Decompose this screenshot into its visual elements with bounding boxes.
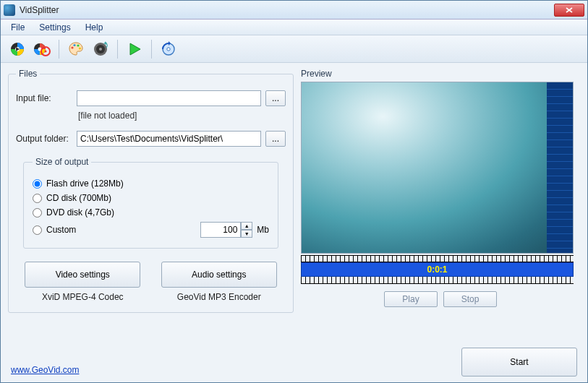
toolbar-sep-3	[151, 40, 152, 59]
video-settings-group: Video settings XviD MPEG-4 Codec	[23, 262, 142, 302]
preview-viewport	[301, 82, 574, 254]
input-file-field[interactable]	[77, 90, 261, 106]
titlebar-left: VidSplitter	[4, 4, 59, 16]
size-label-custom: Custom	[46, 225, 76, 235]
spinner-up[interactable]: ▲	[241, 222, 252, 230]
input-file-status: [file not loaded]	[78, 111, 286, 121]
play-tool-button[interactable]	[124, 38, 145, 60]
play-button-label: Play	[402, 294, 419, 304]
size-option-custom[interactable]: Custom	[33, 225, 76, 235]
stop-button-label: Stop	[461, 294, 480, 304]
playback-row: Play Stop	[301, 291, 580, 307]
settings-row: Video settings XviD MPEG-4 Codec Audio s…	[23, 262, 278, 302]
video-settings-button-label: Video settings	[56, 270, 110, 280]
left-column: Files Input file: ... [file not loaded] …	[8, 69, 294, 378]
menu-file[interactable]: File	[5, 21, 30, 34]
ellipsis-icon: ...	[272, 93, 279, 103]
size-radio-custom[interactable]	[33, 225, 42, 235]
size-option-flash[interactable]: Flash drive (128Mb)	[33, 178, 269, 189]
menu-settings[interactable]: Settings	[33, 21, 76, 34]
open-file-icon	[9, 40, 26, 58]
audio-settings-button[interactable]: Audio settings	[161, 262, 277, 288]
size-label-cd: CD disk (700Mb)	[46, 193, 111, 203]
open-dvd-icon	[33, 40, 51, 58]
play-button[interactable]: Play	[384, 291, 438, 307]
output-browse-button[interactable]: ...	[265, 131, 286, 147]
size-option-cd[interactable]: CD disk (700Mb)	[33, 193, 269, 203]
size-radio-cd[interactable]	[33, 194, 42, 203]
preview-side-strip	[547, 82, 573, 253]
right-column: Preview 0:0:1 Play Stop	[301, 69, 580, 378]
toolbar-sep-2	[117, 40, 118, 59]
size-option-dvd[interactable]: DVD disk (4,7Gb)	[33, 207, 269, 218]
output-folder-row: Output folder: ...	[16, 131, 286, 147]
svg-point-7	[71, 46, 73, 48]
size-radio-dvd[interactable]	[33, 208, 42, 218]
palette-icon	[67, 40, 85, 58]
ellipsis-icon: ...	[272, 134, 279, 144]
ruler-bottom	[301, 277, 574, 284]
audio-icon	[92, 40, 109, 58]
svg-point-16	[167, 47, 170, 50]
timeline-time: 0:0:1	[427, 264, 447, 275]
window-title: VidSplitter	[20, 5, 59, 15]
audio-settings-button-label: Audio settings	[192, 270, 246, 280]
input-file-label: Input file:	[16, 93, 72, 103]
custom-size-unit: Mb	[257, 225, 269, 235]
toolbar-sep-1	[59, 40, 59, 59]
open-dvd-button[interactable]	[31, 38, 53, 60]
geovid-link[interactable]: www.GeoVid.com	[11, 365, 79, 375]
size-radio-flash[interactable]	[33, 179, 42, 189]
audio-settings-group: Audio settings GeoVid MP3 Encoder	[160, 262, 279, 302]
input-browse-button[interactable]: ...	[265, 90, 286, 106]
menubar: File Settings Help	[1, 20, 587, 35]
size-group: Size of output Flash drive (128Mb) CD di…	[23, 157, 278, 249]
size-label-flash: Flash drive (128Mb)	[46, 178, 124, 189]
svg-point-10	[79, 47, 81, 49]
play-icon	[127, 41, 142, 57]
audio-codec-text: GeoVid MP3 Encoder	[177, 292, 261, 302]
footer-link-row: www.GeoVid.com	[11, 365, 79, 375]
open-file-button[interactable]	[7, 38, 28, 60]
titlebar: VidSplitter	[1, 1, 587, 20]
size-legend: Size of output	[33, 157, 91, 167]
svg-point-13	[99, 48, 102, 51]
size-label-dvd: DVD disk (4,7Gb)	[46, 207, 114, 218]
stop-button[interactable]: Stop	[443, 291, 497, 307]
custom-size-input[interactable]	[200, 222, 241, 238]
output-folder-field[interactable]	[77, 131, 261, 147]
svg-point-9	[77, 44, 79, 46]
toolbar	[1, 35, 587, 63]
svg-point-8	[73, 43, 75, 46]
start-button-label: Start	[510, 357, 528, 367]
start-button[interactable]: Start	[461, 348, 577, 376]
files-group: Files Input file: ... [file not loaded] …	[8, 69, 294, 313]
files-legend: Files	[16, 69, 40, 79]
content-area: Files Input file: ... [file not loaded] …	[1, 63, 587, 382]
process-icon	[160, 40, 177, 58]
close-button[interactable]	[554, 4, 584, 17]
video-settings-button[interactable]: Video settings	[25, 262, 140, 288]
svg-point-6	[45, 50, 47, 52]
custom-size-spinner[interactable]: ▲ ▼	[200, 222, 252, 238]
svg-marker-14	[130, 43, 140, 55]
menu-help[interactable]: Help	[80, 21, 109, 34]
process-tool-button[interactable]	[158, 38, 179, 60]
video-codec-text: XviD MPEG-4 Codec	[42, 292, 124, 302]
timeline[interactable]: 0:0:1	[301, 262, 574, 277]
ruler-top	[301, 255, 574, 262]
app-window: VidSplitter File Settings Help	[0, 0, 588, 383]
audio-settings-tool-button[interactable]	[90, 38, 111, 60]
preview-label: Preview	[301, 69, 580, 79]
output-folder-label: Output folder:	[16, 134, 72, 144]
spinner-down[interactable]: ▼	[241, 230, 252, 238]
close-icon	[566, 7, 573, 13]
video-settings-tool-button[interactable]	[65, 38, 87, 60]
app-icon	[4, 4, 15, 16]
input-file-row: Input file: ...	[16, 90, 286, 106]
size-option-custom-row: Custom ▲ ▼ Mb	[33, 222, 269, 238]
